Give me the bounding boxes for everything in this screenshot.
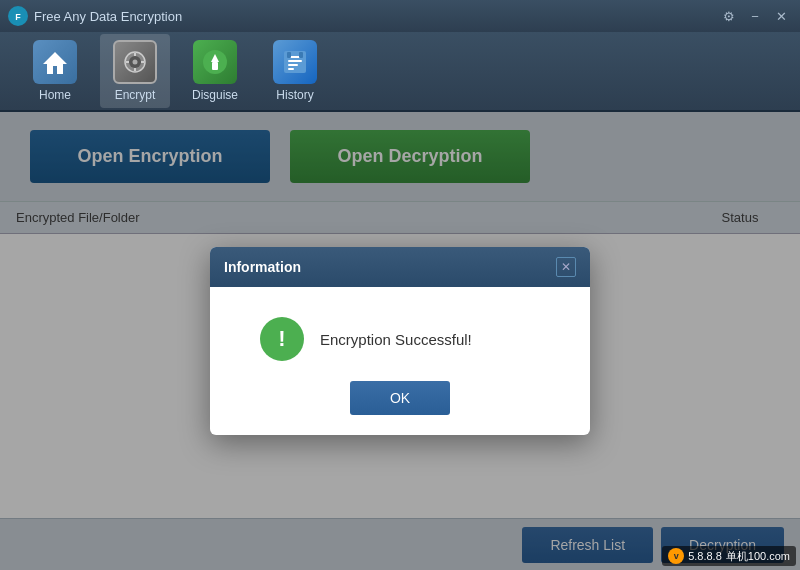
encrypt-icon (113, 40, 157, 84)
modal-body: ! Encryption Successful! OK (210, 287, 590, 435)
toolbar-item-encrypt[interactable]: Encrypt (100, 34, 170, 108)
modal-title-bar: Information ✕ (210, 247, 590, 287)
toolbar-encrypt-label: Encrypt (115, 88, 156, 102)
toolbar-item-history[interactable]: History (260, 34, 330, 108)
app-title: Free Any Data Encryption (34, 9, 718, 24)
svg-rect-16 (288, 64, 298, 66)
home-icon (33, 40, 77, 84)
modal-overlay: Information ✕ ! Encryption Successful! O… (0, 112, 800, 570)
modal-dialog: Information ✕ ! Encryption Successful! O… (210, 247, 590, 435)
svg-rect-19 (287, 52, 291, 58)
ok-button[interactable]: OK (350, 381, 450, 415)
app-icon: F (8, 6, 28, 26)
close-button[interactable]: ✕ (770, 7, 792, 25)
watermark-site: 单机100.com (726, 549, 790, 564)
toolbar-history-label: History (276, 88, 313, 102)
watermark-version: 5.8.8.8 (688, 550, 722, 562)
svg-point-5 (133, 60, 138, 65)
svg-rect-12 (212, 62, 218, 70)
modal-content-row: ! Encryption Successful! (260, 317, 472, 361)
modal-close-button[interactable]: ✕ (556, 257, 576, 277)
settings-button[interactable]: ⚙ (718, 7, 740, 25)
svg-marker-2 (43, 52, 67, 74)
minimize-button[interactable]: − (744, 7, 766, 25)
watermark: v 5.8.8.8 单机100.com (662, 546, 796, 566)
toolbar-item-home[interactable]: Home (20, 34, 90, 108)
success-icon: ! (260, 317, 304, 361)
svg-text:F: F (15, 12, 21, 22)
toolbar-home-label: Home (39, 88, 71, 102)
title-bar: F Free Any Data Encryption ⚙ − ✕ (0, 0, 800, 32)
toolbar: Home Encrypt Disguise (0, 32, 800, 112)
toolbar-disguise-label: Disguise (192, 88, 238, 102)
watermark-circle: v (668, 548, 684, 564)
main-content: Open Encryption Open Decryption Encrypte… (0, 112, 800, 570)
window-controls: ⚙ − ✕ (718, 7, 792, 25)
toolbar-item-disguise[interactable]: Disguise (180, 34, 250, 108)
modal-message: Encryption Successful! (320, 331, 472, 348)
modal-title: Information (224, 259, 301, 275)
svg-rect-17 (288, 68, 294, 70)
svg-rect-15 (288, 60, 302, 62)
disguise-icon (193, 40, 237, 84)
svg-rect-18 (299, 52, 303, 58)
history-icon (273, 40, 317, 84)
